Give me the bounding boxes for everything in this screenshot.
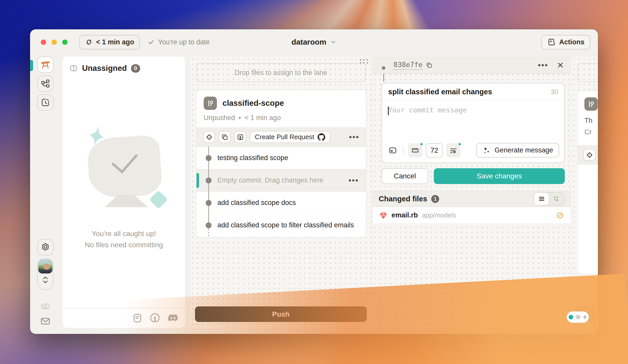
feedback-mail-button[interactable] bbox=[37, 313, 54, 329]
target-branch-button[interactable] bbox=[583, 149, 595, 161]
cancel-button[interactable]: Cancel bbox=[382, 168, 428, 184]
list-view-button[interactable] bbox=[534, 193, 549, 205]
settings-button[interactable] bbox=[37, 239, 54, 255]
wrap-toggle-button[interactable] bbox=[446, 143, 461, 158]
ruby-file-icon bbox=[379, 211, 387, 219]
branch-lane: Drop files to assign to the lane classif… bbox=[190, 57, 372, 328]
up-to-date-status: You're up to date bbox=[148, 38, 210, 46]
commit-dot-icon bbox=[206, 155, 212, 161]
open-source-icon[interactable] bbox=[149, 313, 161, 324]
close-icon[interactable]: ✕ bbox=[557, 60, 564, 70]
commit-row-selected[interactable]: Empty commit. Drag changes here ••• bbox=[197, 169, 366, 191]
editor-layout-button[interactable] bbox=[387, 145, 398, 156]
copy-branch-button[interactable] bbox=[219, 131, 231, 143]
next-branch-card[interactable]: Th Cr bbox=[578, 90, 598, 274]
active-view-indicator bbox=[30, 60, 33, 71]
generate-message-button[interactable]: Generate message bbox=[476, 143, 559, 158]
changed-files-count-badge: 1 bbox=[431, 195, 439, 203]
empty-state: You're all caught up! No files need comm… bbox=[63, 129, 185, 251]
sidebar-item-branches[interactable] bbox=[37, 75, 54, 92]
commit-row[interactable]: add classified scope to filter classifie… bbox=[197, 214, 366, 236]
actions-button[interactable]: Actions bbox=[541, 35, 590, 49]
monitor-shape bbox=[86, 134, 163, 199]
sync-button[interactable]: < 1 min ago bbox=[79, 35, 140, 49]
user-avatar[interactable] bbox=[38, 259, 53, 274]
branch-meta: Unpushed • < 1 min ago bbox=[204, 114, 359, 122]
add-lane-button[interactable]: + bbox=[583, 315, 587, 319]
split-panel-icon bbox=[69, 64, 78, 73]
create-pull-request-button[interactable]: Create Pull Request bbox=[250, 131, 330, 143]
commit-title-input[interactable] bbox=[388, 88, 547, 96]
keyboard-shortcuts-button[interactable] bbox=[37, 298, 54, 315]
changed-files-header: Changed files 1 bbox=[373, 191, 570, 207]
branch-toolbar bbox=[578, 145, 598, 164]
lane-dropzone[interactable]: Drop files to assign to the lane bbox=[196, 63, 365, 82]
ruler-toggle-button[interactable] bbox=[408, 143, 422, 158]
tree-view-button[interactable] bbox=[549, 193, 564, 205]
sidebar-item-workspace[interactable] bbox=[37, 57, 54, 73]
sparkles-icon bbox=[482, 146, 491, 155]
commit-panel-header: 838e7fe ••• ✕ bbox=[373, 57, 570, 74]
wrap-text-icon bbox=[449, 146, 457, 154]
tree-icon bbox=[553, 195, 560, 203]
wrap-column-input[interactable] bbox=[426, 143, 443, 158]
file-view-toggle bbox=[534, 192, 564, 205]
chevron-down-icon bbox=[330, 39, 336, 45]
truncated-text: Th bbox=[584, 117, 598, 125]
mail-icon bbox=[40, 316, 51, 327]
traffic-lights bbox=[41, 40, 68, 45]
branch-menu-button[interactable]: ••• bbox=[349, 133, 359, 141]
commit-hash-link[interactable]: 838e7fe bbox=[394, 60, 423, 70]
toolbar-divider bbox=[403, 146, 403, 155]
account-switcher[interactable] bbox=[37, 258, 54, 290]
discord-icon[interactable] bbox=[167, 312, 179, 324]
target-branch-button[interactable] bbox=[203, 131, 215, 143]
lane-dropzone[interactable] bbox=[578, 63, 598, 82]
commit-message-textarea[interactable] bbox=[388, 106, 558, 137]
stool-icon bbox=[40, 60, 50, 70]
branch-toolbar: Create Pull Request ••• bbox=[197, 127, 366, 147]
branch-name[interactable]: classified-scope bbox=[223, 99, 284, 108]
unassigned-footer bbox=[63, 308, 185, 328]
empty-title: You're all caught up! bbox=[85, 228, 163, 239]
chevron-updown-icon bbox=[42, 276, 49, 284]
commit-message-editor: 30 bbox=[382, 83, 565, 163]
push-button[interactable]: Push bbox=[195, 306, 367, 322]
copy-hash-icon[interactable] bbox=[426, 62, 433, 69]
changed-file-row[interactable]: email.rb app/models bbox=[373, 207, 570, 224]
changelog-icon[interactable] bbox=[132, 313, 143, 323]
editor-toolbar: Generate message bbox=[382, 143, 564, 163]
minimize-window-button[interactable] bbox=[51, 40, 57, 45]
commit-edit-panel: 838e7fe ••• ✕ 30 bbox=[373, 57, 570, 328]
new-commit-button[interactable] bbox=[234, 131, 246, 143]
gitbutler-window: < 1 min ago You're up to date dataroom bbox=[30, 29, 598, 334]
commit-menu-button[interactable]: ••• bbox=[348, 176, 359, 185]
file-path: app/models bbox=[422, 211, 456, 219]
lane-dot[interactable] bbox=[576, 315, 580, 319]
close-window-button[interactable] bbox=[41, 40, 46, 45]
check-icon bbox=[148, 38, 155, 46]
lane-dot-active[interactable] bbox=[569, 315, 573, 319]
commit-message-area bbox=[382, 100, 564, 143]
commit-row[interactable]: testing classified scope bbox=[197, 147, 366, 169]
history-clock-icon bbox=[41, 98, 50, 107]
text-caret bbox=[388, 107, 389, 115]
ruler-icon bbox=[411, 146, 419, 154]
sidebar-item-history[interactable] bbox=[37, 94, 54, 111]
project-switcher[interactable]: dataroom bbox=[292, 38, 337, 46]
project-name: dataroom bbox=[292, 38, 326, 46]
commit-panel-menu-button[interactable]: ••• bbox=[538, 61, 548, 70]
unassigned-panel: Unassigned 0 You're all caught up! No bbox=[63, 57, 185, 328]
diamond-shape bbox=[149, 190, 168, 209]
keyboard-icon bbox=[40, 301, 50, 311]
commit-action-row: Cancel Save changes bbox=[382, 168, 565, 184]
file-name: email.rb bbox=[391, 211, 418, 219]
gear-icon bbox=[41, 242, 50, 252]
truncated-text: Cr bbox=[584, 128, 598, 136]
save-changes-button[interactable]: Save changes bbox=[434, 168, 565, 184]
target-icon bbox=[586, 151, 593, 159]
commit-row[interactable]: add classified scope docs bbox=[197, 191, 366, 214]
sync-time-label: < 1 min ago bbox=[96, 38, 134, 46]
zoom-window-button[interactable] bbox=[62, 40, 68, 45]
commit-dot-icon bbox=[380, 65, 387, 71]
